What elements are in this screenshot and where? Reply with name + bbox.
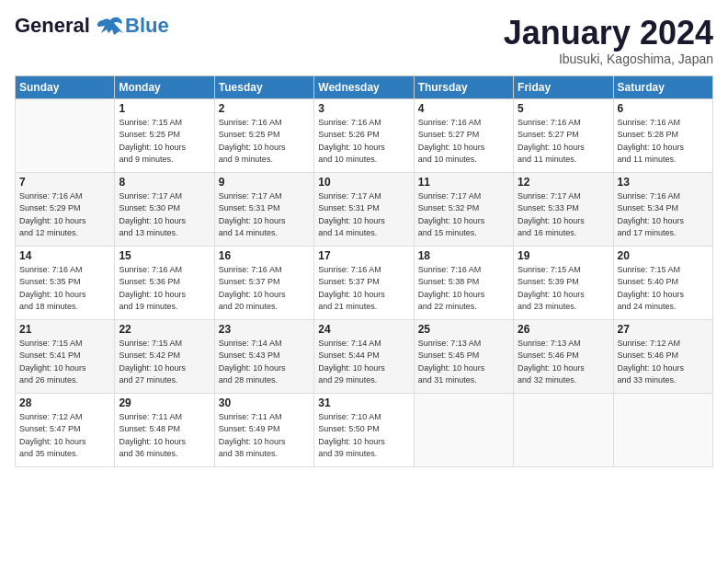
day-number: 25 — [418, 323, 509, 336]
day-info: Sunrise: 7:16 AM Sunset: 5:36 PM Dayligh… — [119, 264, 210, 314]
calendar-cell-3-5: 26Sunrise: 7:13 AM Sunset: 5:46 PM Dayli… — [514, 319, 613, 393]
day-number: 15 — [119, 249, 210, 262]
calendar-cell-0-0 — [16, 98, 115, 172]
calendar-cell-1-1: 8Sunrise: 7:17 AM Sunset: 5:30 PM Daylig… — [115, 172, 214, 246]
day-info: Sunrise: 7:15 AM Sunset: 5:42 PM Dayligh… — [119, 338, 210, 387]
day-info: Sunrise: 7:13 AM Sunset: 5:45 PM Dayligh… — [418, 338, 509, 387]
day-number: 24 — [318, 323, 409, 336]
col-monday: Monday — [115, 75, 214, 98]
col-saturday: Saturday — [613, 75, 712, 98]
day-info: Sunrise: 7:15 AM Sunset: 5:39 PM Dayligh… — [518, 264, 609, 314]
day-info: Sunrise: 7:15 AM Sunset: 5:25 PM Dayligh… — [119, 117, 210, 167]
calendar-cell-3-4: 25Sunrise: 7:13 AM Sunset: 5:45 PM Dayli… — [414, 319, 513, 393]
day-number: 30 — [219, 396, 310, 409]
day-info: Sunrise: 7:16 AM Sunset: 5:25 PM Dayligh… — [219, 117, 310, 167]
calendar-cell-4-5 — [514, 393, 613, 466]
day-number: 13 — [618, 176, 709, 189]
col-wednesday: Wednesday — [314, 75, 414, 98]
day-number: 18 — [418, 249, 509, 262]
month-title: January 2024 — [504, 15, 713, 52]
calendar-cell-2-4: 18Sunrise: 7:16 AM Sunset: 5:38 PM Dayli… — [414, 246, 513, 319]
day-info: Sunrise: 7:16 AM Sunset: 5:28 PM Dayligh… — [618, 117, 709, 167]
calendar-cell-2-6: 20Sunrise: 7:15 AM Sunset: 5:40 PM Dayli… — [613, 246, 712, 319]
calendar-cell-1-5: 12Sunrise: 7:17 AM Sunset: 5:33 PM Dayli… — [514, 172, 613, 246]
day-info: Sunrise: 7:14 AM Sunset: 5:44 PM Dayligh… — [318, 338, 409, 387]
day-info: Sunrise: 7:14 AM Sunset: 5:43 PM Dayligh… — [219, 338, 310, 387]
day-info: Sunrise: 7:16 AM Sunset: 5:37 PM Dayligh… — [219, 264, 310, 314]
day-info: Sunrise: 7:16 AM Sunset: 5:34 PM Dayligh… — [618, 190, 709, 240]
calendar-cell-1-4: 11Sunrise: 7:17 AM Sunset: 5:32 PM Dayli… — [414, 172, 513, 246]
calendar-cell-4-1: 29Sunrise: 7:11 AM Sunset: 5:48 PM Dayli… — [115, 393, 214, 466]
logo-bird-icon — [97, 17, 123, 37]
calendar-cell-4-6 — [613, 393, 712, 466]
day-number: 31 — [318, 396, 409, 409]
day-number: 7 — [19, 176, 110, 189]
calendar-table: Sunday Monday Tuesday Wednesday Thursday… — [15, 75, 713, 467]
calendar-week-2: 7Sunrise: 7:16 AM Sunset: 5:29 PM Daylig… — [16, 172, 713, 246]
day-info: Sunrise: 7:12 AM Sunset: 5:47 PM Dayligh… — [19, 411, 110, 461]
day-info: Sunrise: 7:10 AM Sunset: 5:50 PM Dayligh… — [318, 411, 409, 461]
day-info: Sunrise: 7:15 AM Sunset: 5:40 PM Dayligh… — [618, 264, 709, 314]
day-info: Sunrise: 7:16 AM Sunset: 5:35 PM Dayligh… — [19, 264, 110, 314]
day-number: 8 — [119, 176, 210, 189]
day-info: Sunrise: 7:15 AM Sunset: 5:41 PM Dayligh… — [19, 338, 110, 387]
day-number: 12 — [518, 176, 609, 189]
calendar-cell-1-3: 10Sunrise: 7:17 AM Sunset: 5:31 PM Dayli… — [314, 172, 414, 246]
day-info: Sunrise: 7:12 AM Sunset: 5:46 PM Dayligh… — [618, 338, 709, 387]
day-number: 4 — [418, 102, 509, 115]
calendar-cell-2-2: 16Sunrise: 7:16 AM Sunset: 5:37 PM Dayli… — [214, 246, 313, 319]
day-number: 28 — [19, 396, 110, 409]
day-number: 10 — [318, 176, 409, 189]
day-number: 22 — [119, 323, 210, 336]
day-number: 20 — [618, 249, 709, 262]
day-info: Sunrise: 7:16 AM Sunset: 5:37 PM Dayligh… — [318, 264, 409, 314]
calendar-cell-3-3: 24Sunrise: 7:14 AM Sunset: 5:44 PM Dayli… — [314, 319, 414, 393]
calendar-cell-2-0: 14Sunrise: 7:16 AM Sunset: 5:35 PM Dayli… — [16, 246, 115, 319]
calendar-cell-1-2: 9Sunrise: 7:17 AM Sunset: 5:31 PM Daylig… — [214, 172, 313, 246]
day-info: Sunrise: 7:16 AM Sunset: 5:26 PM Dayligh… — [318, 117, 409, 167]
day-info: Sunrise: 7:17 AM Sunset: 5:31 PM Dayligh… — [318, 190, 409, 240]
calendar-cell-4-0: 28Sunrise: 7:12 AM Sunset: 5:47 PM Dayli… — [16, 393, 115, 466]
day-info: Sunrise: 7:17 AM Sunset: 5:31 PM Dayligh… — [219, 190, 310, 240]
calendar-cell-3-1: 22Sunrise: 7:15 AM Sunset: 5:42 PM Dayli… — [115, 319, 214, 393]
calendar-week-5: 28Sunrise: 7:12 AM Sunset: 5:47 PM Dayli… — [16, 393, 713, 466]
location: Ibusuki, Kagoshima, Japan — [504, 52, 713, 66]
day-info: Sunrise: 7:16 AM Sunset: 5:27 PM Dayligh… — [418, 117, 509, 167]
calendar-cell-2-1: 15Sunrise: 7:16 AM Sunset: 5:36 PM Dayli… — [115, 246, 214, 319]
day-info: Sunrise: 7:16 AM Sunset: 5:38 PM Dayligh… — [418, 264, 509, 314]
day-number: 27 — [618, 323, 709, 336]
calendar-cell-4-4 — [414, 393, 513, 466]
col-sunday: Sunday — [16, 75, 115, 98]
day-number: 14 — [19, 249, 110, 262]
day-number: 23 — [219, 323, 310, 336]
day-number: 6 — [618, 102, 709, 115]
calendar-cell-0-2: 2Sunrise: 7:16 AM Sunset: 5:25 PM Daylig… — [214, 98, 313, 172]
day-info: Sunrise: 7:16 AM Sunset: 5:27 PM Dayligh… — [518, 117, 609, 167]
col-thursday: Thursday — [414, 75, 513, 98]
day-number: 21 — [19, 323, 110, 336]
day-number: 16 — [219, 249, 310, 262]
day-number: 5 — [518, 102, 609, 115]
day-info: Sunrise: 7:17 AM Sunset: 5:32 PM Dayligh… — [418, 190, 509, 240]
day-number: 3 — [318, 102, 409, 115]
col-tuesday: Tuesday — [214, 75, 313, 98]
day-info: Sunrise: 7:11 AM Sunset: 5:48 PM Dayligh… — [119, 411, 210, 461]
day-number: 29 — [119, 396, 210, 409]
day-number: 17 — [318, 249, 409, 262]
calendar-cell-3-6: 27Sunrise: 7:12 AM Sunset: 5:46 PM Dayli… — [613, 319, 712, 393]
day-number: 9 — [219, 176, 310, 189]
calendar-cell-2-5: 19Sunrise: 7:15 AM Sunset: 5:39 PM Dayli… — [514, 246, 613, 319]
day-info: Sunrise: 7:16 AM Sunset: 5:29 PM Dayligh… — [19, 190, 110, 240]
day-info: Sunrise: 7:13 AM Sunset: 5:46 PM Dayligh… — [518, 338, 609, 387]
day-number: 26 — [518, 323, 609, 336]
calendar-cell-0-3: 3Sunrise: 7:16 AM Sunset: 5:26 PM Daylig… — [314, 98, 414, 172]
calendar-cell-1-0: 7Sunrise: 7:16 AM Sunset: 5:29 PM Daylig… — [16, 172, 115, 246]
calendar-cell-4-3: 31Sunrise: 7:10 AM Sunset: 5:50 PM Dayli… — [314, 393, 414, 466]
calendar-week-4: 21Sunrise: 7:15 AM Sunset: 5:41 PM Dayli… — [16, 319, 713, 393]
calendar-header-row: Sunday Monday Tuesday Wednesday Thursday… — [16, 75, 713, 98]
day-number: 19 — [518, 249, 609, 262]
day-number: 1 — [119, 102, 210, 115]
calendar-cell-2-3: 17Sunrise: 7:16 AM Sunset: 5:37 PM Dayli… — [314, 246, 414, 319]
col-friday: Friday — [514, 75, 613, 98]
calendar-cell-0-5: 5Sunrise: 7:16 AM Sunset: 5:27 PM Daylig… — [514, 98, 613, 172]
